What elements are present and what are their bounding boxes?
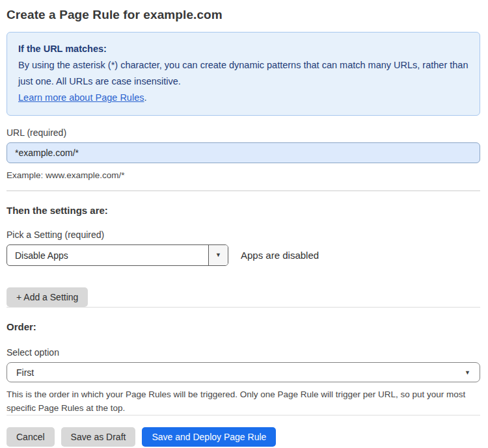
setting-row: Disable Apps ▼ Apps are disabled [7, 244, 480, 266]
order-select-value: First [16, 367, 34, 378]
url-match-info-box: If the URL matches: By using the asteris… [7, 32, 480, 116]
url-field-label: URL (required) [7, 127, 480, 138]
settings-heading: Then the settings are: [7, 205, 480, 216]
info-box-body: By using the asterisk (*) character, you… [18, 57, 468, 90]
page-title: Create a Page Rule for example.com [7, 8, 480, 22]
order-helper-text: This is the order in which your Page Rul… [7, 388, 480, 415]
order-section: Order: Select option First ▼ This is the… [7, 321, 480, 415]
setting-select[interactable]: Disable Apps ▼ [7, 244, 228, 266]
actions-row: Cancel Save as Draft Save and Deploy Pag… [7, 427, 480, 447]
chevron-down-icon: ▼ [215, 252, 221, 258]
learn-more-link[interactable]: Learn more about Page Rules [18, 92, 144, 103]
save-as-draft-button[interactable]: Save as Draft [61, 427, 136, 447]
chevron-down-icon: ▼ [465, 369, 470, 375]
pick-setting-label: Pick a Setting (required) [7, 230, 480, 240]
setting-select-value: Disable Apps [7, 245, 208, 265]
url-input[interactable] [7, 142, 480, 163]
section-divider [7, 415, 480, 415]
info-box-link-line: Learn more about Page Rules. [18, 90, 468, 106]
select-option-label: Select option [7, 347, 480, 358]
setting-select-arrow-button[interactable]: ▼ [208, 245, 228, 265]
url-example-helper: Example: www.example.com/* [7, 168, 480, 182]
info-box-heading: If the URL matches: [18, 41, 468, 57]
cancel-button[interactable]: Cancel [7, 427, 55, 447]
save-and-deploy-button[interactable]: Save and Deploy Page Rule [142, 427, 276, 447]
section-divider [7, 191, 480, 191]
settings-section: Then the settings are: Pick a Setting (r… [7, 205, 480, 307]
order-heading: Order: [7, 321, 480, 332]
url-field-section: URL (required) Example: www.example.com/… [7, 127, 480, 182]
link-period: . [144, 92, 146, 103]
add-setting-button[interactable]: + Add a Setting [7, 287, 88, 307]
order-select[interactable]: First ▼ [7, 362, 480, 382]
section-divider [7, 307, 480, 308]
setting-status-text: Apps are disabled [241, 250, 319, 261]
